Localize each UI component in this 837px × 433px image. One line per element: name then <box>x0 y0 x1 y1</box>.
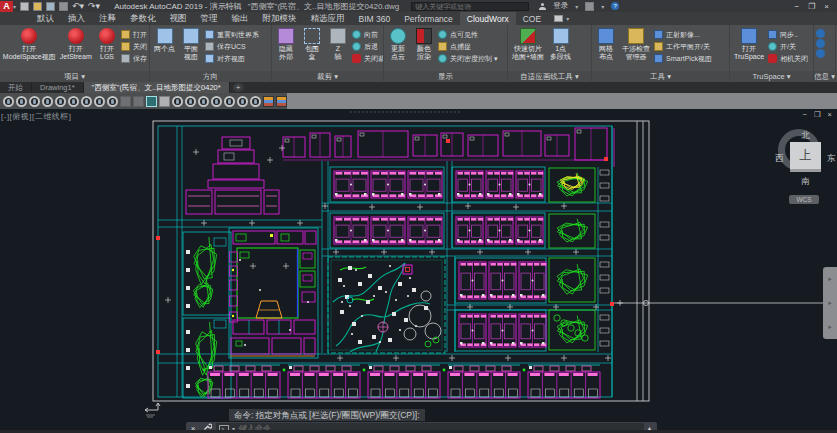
toolbar-button-ring-icon[interactable] <box>42 96 53 107</box>
ribbon-button-点捕捉[interactable]: 点捕捉 <box>438 41 497 52</box>
cloud-caret-icon[interactable]: ▾ <box>601 3 604 10</box>
toolbar-button-dim-icon[interactable] <box>120 96 131 107</box>
ribbon-tab-插入[interactable]: 插入 <box>61 12 92 25</box>
ribbon-tab-精选应用[interactable]: 精选应用 <box>304 12 352 25</box>
ribbon-button-相机关闭[interactable]: 相机关闭 <box>768 53 808 64</box>
toolbar-button-ring-icon[interactable] <box>29 96 40 107</box>
panel-label-信息[interactable]: 信息 ▾ <box>814 71 835 82</box>
close-button[interactable]: × <box>824 2 829 11</box>
ribbon-button-重置到世界系[interactable]: 重置到世界系 <box>205 29 259 40</box>
ribbon-button-SmartPick视图[interactable]: SmartPick视图 <box>654 53 712 64</box>
autocad-logo[interactable]: A <box>0 1 13 12</box>
toolbar-button-ring-icon[interactable] <box>16 96 27 107</box>
ribbon-button-工作平面开/关[interactable]: 工作平面开/关 <box>654 41 712 52</box>
ribbon-tab-CloudWorx[interactable]: CloudWorx <box>460 12 516 25</box>
toolbar-button-ring-icon[interactable] <box>55 96 66 107</box>
ribbon-button-对齐视图[interactable]: 对齐视图 <box>205 53 259 64</box>
toolbar-button-color-icon[interactable] <box>276 96 287 107</box>
doc-restore-button[interactable]: ❐ <box>814 111 821 119</box>
panel-label-裁剪[interactable]: 裁剪 ▾ <box>272 71 383 82</box>
toolbar-button-color-icon[interactable] <box>263 96 274 107</box>
toolbar-button-ring-icon[interactable] <box>185 96 196 107</box>
viewcube-north[interactable]: 北 <box>801 130 810 142</box>
ribbon-button-infoB[interactable] <box>816 39 828 48</box>
ribbon-button-向前[interactable]: 向前 <box>352 29 383 40</box>
help-icon[interactable]: ? <box>611 2 619 10</box>
ribbon-button-关闭裁剪[interactable]: 关闭裁剪 <box>352 53 383 64</box>
ribbon-tab-管理[interactable]: 管理 <box>194 12 225 25</box>
ribbon-button-Z轴[interactable]: Z轴 <box>326 27 350 62</box>
new-drawing-tab-button[interactable]: + <box>233 83 244 92</box>
viewcube-south[interactable]: 南 <box>801 176 810 188</box>
doc-close-button[interactable]: × <box>828 111 832 119</box>
sign-in-caret-icon[interactable]: ▾ <box>575 3 578 10</box>
ribbon-button-保存[interactable]: 保存 <box>121 53 147 64</box>
toolbar-button-ring-icon[interactable] <box>250 96 261 107</box>
ribbon-button-打开[interactable]: 打开 <box>121 29 147 40</box>
ribbon-button-快速切片地面+墙面[interactable]: 快速切片地面+墙面 <box>510 27 546 62</box>
ribbon-tab-COE[interactable]: COE <box>516 12 548 25</box>
plot-icon[interactable] <box>59 2 68 11</box>
toolbar-button-tealbox-icon[interactable] <box>146 96 157 107</box>
panel-label-工具[interactable]: 工具 ▾ <box>592 71 729 82</box>
ribbon-button-打开TruSpace[interactable]: 打开TruSpace <box>732 27 766 62</box>
ribbon-button-打开ModelSpace视图[interactable]: 打开ModelSpace视图 <box>2 27 57 62</box>
ribbon-tab-注释[interactable]: 注释 <box>92 12 123 25</box>
search-input[interactable] <box>411 2 529 11</box>
minimize-button[interactable]: − <box>794 2 799 11</box>
open-file-icon[interactable] <box>33 2 42 11</box>
ribbon-button-infoC[interactable] <box>816 49 828 58</box>
panel-label-TruSpace[interactable]: TruSpace ▾ <box>730 71 813 82</box>
ribbon-button-正射影像...[interactable]: 正射影像... <box>654 29 712 40</box>
ribbon-button-开/关[interactable]: 开/关 <box>768 41 808 52</box>
store-icon[interactable] <box>585 2 594 11</box>
ribbon-display-toggle[interactable]: ▾ <box>548 12 575 25</box>
toolbar-button-ring-icon[interactable] <box>107 96 118 107</box>
user-icon[interactable] <box>539 3 546 10</box>
toolbar-button-ring-icon[interactable] <box>211 96 222 107</box>
ribbon-button-保存UCS[interactable]: 保存UCS <box>205 41 259 52</box>
ribbon-button-隐藏外部[interactable]: 隐藏外部 <box>274 27 298 62</box>
toolbar-button-ring-icon[interactable] <box>94 96 105 107</box>
viewcube-wcs-button[interactable]: WCS <box>789 195 819 204</box>
ribbon-tab-参数化[interactable]: 参数化 <box>123 12 163 25</box>
ribbon-button-关闭密度控制[interactable]: 关闭密度控制 ▾ <box>438 53 497 64</box>
new-file-icon[interactable] <box>20 2 29 11</box>
app-menu-caret-icon[interactable]: ▾ <box>13 3 16 10</box>
ribbon-button-颜色渲染[interactable]: 颜色渲染 <box>412 27 436 62</box>
ribbon-button-关闭[interactable]: 关闭 <box>121 41 147 52</box>
toolbar-button-ring-icon[interactable] <box>224 96 235 107</box>
ribbon-button-平面视图[interactable]: 平面视图 <box>179 27 203 62</box>
file-tab[interactable]: 开始 <box>0 82 32 93</box>
redo-icon[interactable]: ↷▾ <box>88 2 100 11</box>
ribbon-button-网格布点[interactable]: 网格布点 <box>594 27 618 62</box>
collapsed-palette[interactable]: ▸ ▸ ▸ <box>823 267 837 339</box>
file-tab[interactable]: "西侧室"(民宿、文..目地形图提交0420* <box>84 82 230 93</box>
viewcube-top-face[interactable]: 上 <box>790 142 821 172</box>
ribbon-button-后退[interactable]: 后退 <box>352 41 383 52</box>
toolbar-button-ring-icon[interactable] <box>68 96 79 107</box>
panel-label-项目[interactable]: 项目 ▾ <box>0 71 149 82</box>
ribbon-tab-视图[interactable]: 视图 <box>163 12 194 25</box>
toolbar-button-ring-icon[interactable] <box>172 96 183 107</box>
sign-in-label[interactable]: 登录 <box>553 1 568 11</box>
ribbon-button-两个点[interactable]: 两个点 <box>152 27 177 54</box>
ribbon-button-更新点云[interactable]: 更新点云 <box>386 27 410 62</box>
drawing-canvas[interactable]: [-][俯视][二维线框] − ❐ × 北 东 南 西 上 WCS ▸ ▸ ▸ … <box>0 109 837 430</box>
viewcube-west[interactable]: 西 <box>775 153 784 165</box>
ribbon-button-点可见性[interactable]: 点可见性 <box>438 29 497 40</box>
ribbon-button-干涉检查管理器[interactable]: 干涉检查管理器 <box>620 27 652 62</box>
toolbar-button-graybox-icon[interactable] <box>159 96 170 107</box>
ribbon-tab-输出[interactable]: 输出 <box>225 12 256 25</box>
ribbon-button-同步..[interactable]: 同步.. <box>768 29 808 40</box>
toolbar-button-ring-icon[interactable] <box>3 96 14 107</box>
ribbon-button-打开JetStream[interactable]: 打开JetStream <box>59 27 93 62</box>
ribbon-tab-默认[interactable]: 默认 <box>30 12 61 25</box>
ribbon-button-包围盒[interactable]: 包围盒 <box>300 27 324 62</box>
toolbar-button-ring-icon[interactable] <box>81 96 92 107</box>
viewport-controls-label[interactable]: [-][俯视][二维线框] <box>1 111 72 122</box>
panel-label-自适应画线工具[interactable]: 自适应画线工具 ▾ <box>508 71 591 82</box>
file-tab[interactable]: Drawing1* <box>32 82 84 93</box>
ribbon-tab-Performance[interactable]: Performance <box>397 12 460 25</box>
toolbar-button-ring-icon[interactable] <box>237 96 248 107</box>
